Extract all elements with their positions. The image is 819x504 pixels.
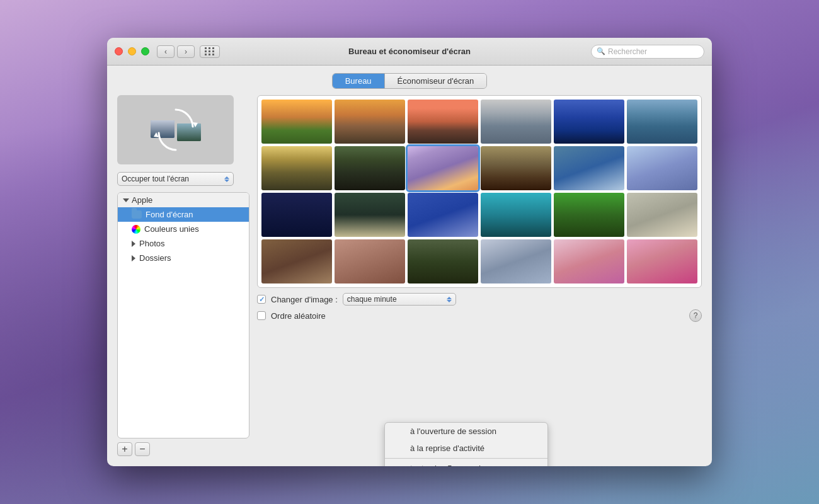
interval-arrow-up	[447, 297, 452, 299]
wallpaper-23[interactable]	[554, 239, 624, 284]
wallpaper-4[interactable]	[481, 100, 551, 144]
svg-rect-1	[151, 120, 175, 138]
remove-button[interactable]: −	[135, 442, 150, 456]
forward-button[interactable]: ›	[177, 45, 195, 58]
minimize-button[interactable]	[128, 47, 136, 55]
add-button[interactable]: +	[117, 442, 132, 456]
changer-image-label: Changer d'image :	[271, 295, 338, 304]
sidebar-list: Apple Fond d'écran Couleurs unies Photos…	[117, 192, 249, 438]
wallpaper-20[interactable]	[335, 239, 405, 284]
rotation-icon-svg	[147, 105, 204, 155]
interval-arrow-down	[447, 300, 452, 302]
fond-ecran-item[interactable]: Fond d'écran	[118, 207, 249, 222]
wallpaper-24[interactable]	[627, 239, 697, 284]
preview-icon	[117, 95, 234, 164]
close-button[interactable]	[115, 47, 123, 55]
bureau-tab[interactable]: Bureau	[333, 74, 385, 88]
grid-icon	[205, 47, 215, 55]
wallpaper-19[interactable]	[261, 239, 332, 284]
back-button[interactable]: ‹	[157, 45, 175, 58]
display-select-value: Occuper tout l'écran	[122, 175, 189, 183]
display-select-arrow	[224, 176, 229, 182]
nav-buttons: ‹ ›	[157, 45, 195, 58]
interval-select[interactable]: chaque minute	[343, 293, 456, 306]
grid-view-button[interactable]	[200, 45, 220, 58]
main-content: Occuper tout l'écran Apple Fond d'écran	[107, 95, 712, 466]
interval-value: chaque minute	[347, 295, 397, 304]
ordre-aleatoire-label: Ordre aléatoire	[271, 311, 326, 321]
wallpaper-2[interactable]	[335, 100, 405, 144]
wallpaper-8[interactable]	[335, 146, 405, 190]
ordre-aleatoire-row: Ordre aléatoire ?	[257, 309, 702, 322]
wallpaper-9-selected[interactable]	[408, 146, 478, 190]
dossiers-expand-icon	[132, 255, 135, 261]
wallpaper-7[interactable]	[261, 146, 332, 190]
expand-icon	[123, 198, 129, 202]
economiseur-tab[interactable]: Économiseur d'écran	[385, 74, 487, 88]
apple-group-label: Apple	[132, 195, 152, 205]
segmented-control: Bureau Économiseur d'écran	[332, 73, 488, 89]
wallpaper-10[interactable]	[481, 146, 551, 190]
wallpaper-14[interactable]	[335, 193, 405, 237]
wallpaper-grid	[257, 95, 702, 288]
search-icon: 🔍	[597, 47, 605, 55]
color-wheel-icon	[132, 225, 140, 234]
right-panel: Changer d'image : chaque minute Ordre al…	[257, 95, 702, 456]
folder-icon	[132, 210, 142, 219]
search-box[interactable]: 🔍 Rechercher	[591, 45, 704, 59]
display-dropdown-area: Occuper tout l'écran	[117, 172, 249, 186]
maximize-button[interactable]	[141, 47, 149, 55]
wallpaper-18[interactable]	[627, 193, 697, 237]
bottom-buttons: + −	[117, 438, 249, 456]
dropdown-separator	[385, 458, 547, 459]
wallpaper-21[interactable]	[408, 239, 478, 284]
arrow-down-icon	[224, 180, 229, 182]
help-button[interactable]: ?	[689, 309, 702, 322]
apple-group-header[interactable]: Apple	[118, 193, 249, 207]
couleurs-unies-item[interactable]: Couleurs unies	[118, 222, 249, 236]
dossiers-item[interactable]: Dossiers	[118, 251, 249, 265]
wallpaper-12[interactable]	[627, 146, 697, 190]
photos-item[interactable]: Photos	[118, 236, 249, 251]
left-panel: Occuper tout l'écran Apple Fond d'écran	[117, 95, 249, 456]
dropdown-item-ouverture[interactable]: à l'ouverture de session	[385, 423, 547, 440]
wallpaper-11[interactable]	[554, 146, 624, 190]
photos-expand-icon	[132, 241, 135, 247]
bottom-controls: Changer d'image : chaque minute Ordre al…	[257, 288, 702, 322]
wallpaper-5[interactable]	[554, 100, 624, 144]
titlebar: ‹ › Bureau et économiseur d'écran 🔍 Rech…	[107, 38, 712, 66]
preview-box	[117, 95, 234, 164]
traffic-lights	[115, 47, 149, 55]
wallpaper-15[interactable]	[408, 193, 478, 237]
window-title: Bureau et économiseur d'écran	[348, 47, 471, 56]
changer-image-checkbox[interactable]	[257, 295, 266, 304]
wallpaper-16[interactable]	[481, 193, 551, 237]
dossiers-label: Dossiers	[139, 253, 171, 263]
wallpaper-17[interactable]	[554, 193, 624, 237]
ordre-aleatoire-checkbox[interactable]	[257, 311, 266, 320]
arrow-up-icon	[224, 176, 229, 179]
wallpaper-1[interactable]	[261, 100, 332, 144]
wallpaper-6[interactable]	[627, 100, 697, 144]
fond-ecran-label: Fond d'écran	[146, 210, 193, 219]
changer-image-row: Changer d'image : chaque minute	[257, 293, 702, 306]
dropdown-item-reprise[interactable]: à la reprise d'activité	[385, 440, 547, 457]
svg-rect-3	[177, 123, 201, 141]
wallpaper-13[interactable]	[261, 193, 332, 237]
interval-dropdown-menu: à l'ouverture de session à la reprise d'…	[384, 422, 548, 466]
dropdown-item-5sec[interactable]: toutes les 5 secondes	[385, 460, 547, 466]
interval-arrow	[447, 297, 452, 302]
preferences-window: ‹ › Bureau et économiseur d'écran 🔍 Rech…	[107, 38, 712, 466]
couleurs-unies-label: Couleurs unies	[144, 224, 199, 234]
search-placeholder: Rechercher	[608, 47, 647, 56]
photos-label: Photos	[139, 239, 164, 248]
segment-area: Bureau Économiseur d'écran	[107, 66, 712, 95]
wallpaper-22[interactable]	[481, 239, 551, 284]
display-select[interactable]: Occuper tout l'écran	[117, 172, 234, 186]
wallpaper-3[interactable]	[408, 100, 478, 144]
